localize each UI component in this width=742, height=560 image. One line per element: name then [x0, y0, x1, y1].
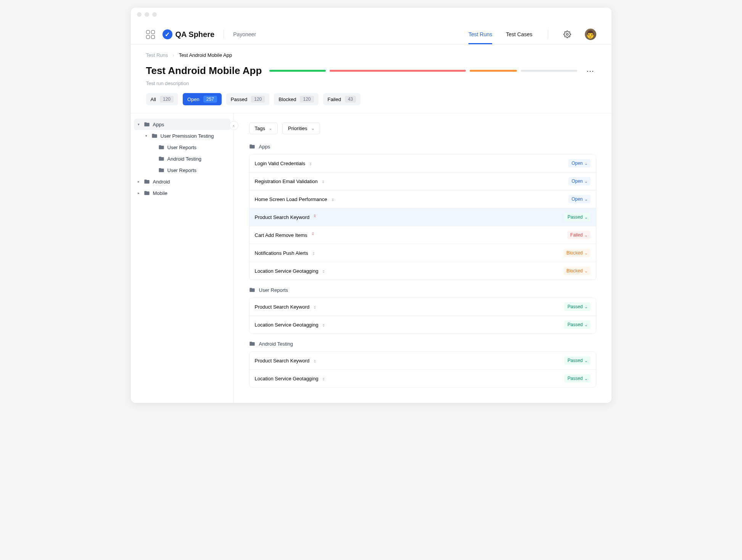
settings-button[interactable] [563, 31, 571, 38]
folder-icon [144, 179, 150, 185]
tree-item[interactable]: Android Testing [134, 153, 230, 164]
filter-label: All [151, 97, 156, 102]
filter-open[interactable]: Open257 [183, 93, 222, 105]
priority-low-icon: ⌄⌄ [309, 162, 312, 165]
test-case-name: Location Service Geotagging [255, 376, 319, 381]
chevron-down-icon: ⌄ [584, 269, 587, 273]
tree-item[interactable]: ▾User Premission Testing [134, 130, 230, 142]
filter-passed[interactable]: Passed120 [226, 93, 269, 105]
avatar[interactable] [585, 29, 596, 40]
section-title: User Reports [259, 287, 288, 293]
priority-low-icon: ⌄⌄ [313, 305, 316, 308]
gear-icon [563, 31, 571, 38]
traffic-light-close[interactable] [137, 12, 142, 17]
test-case-row[interactable]: Login Valid Credentials⌄⌄Open⌄ [249, 154, 596, 172]
chevron-down-icon: ⌄ [584, 251, 587, 255]
project-name[interactable]: Payoneer [233, 31, 256, 37]
chevron-down-icon: ⌄ [269, 126, 272, 130]
app-header: QA Sphere Payoneer Test RunsTest Cases [131, 21, 612, 45]
test-case-row[interactable]: Notifications Push Alerts⌄⌄Blocked⌄ [249, 244, 596, 262]
filter-label: Failed [328, 97, 341, 102]
page-title: Test Android Mobile App [146, 65, 262, 77]
filter-blocked[interactable]: Blocked120 [274, 93, 318, 105]
priority-low-icon: ⌄⌄ [322, 323, 325, 326]
progress-segment [269, 70, 325, 72]
folder-icon [158, 167, 164, 173]
test-case-name: Home Screen Load Performance [255, 196, 327, 202]
chevron-down-icon: ⌄ [584, 377, 587, 381]
section-header: Apps [249, 143, 596, 150]
chevron-right-icon: › [172, 52, 174, 58]
tree-item[interactable]: ▸Mobile [134, 187, 230, 199]
tree-item-label: User Reports [167, 145, 197, 150]
test-case-row[interactable]: Location Service Geotagging⌄⌄Passed⌄ [249, 316, 596, 333]
apps-icon[interactable] [146, 30, 155, 39]
status-filters: All120Open257Passed120Blocked120Failed43 [131, 93, 612, 113]
tree-item[interactable]: User Reports [134, 142, 230, 153]
header-divider [224, 30, 224, 39]
folder-icon [249, 287, 255, 293]
tree-item-label: Android Testing [167, 156, 201, 162]
tree-item-label: Mobile [153, 190, 167, 196]
test-case-row[interactable]: Registration Email Validation⌄⌄Open⌄ [249, 172, 596, 190]
tags-filter[interactable]: Tags ⌄ [249, 122, 278, 134]
filter-all[interactable]: All120 [146, 93, 178, 105]
status-badge[interactable]: Passed⌄ [564, 303, 590, 311]
test-case-row[interactable]: Location Service Geotagging⌄⌄Passed⌄ [249, 370, 596, 387]
status-badge[interactable]: Open⌄ [568, 177, 590, 185]
sidebar-collapse-button[interactable]: ‹ [229, 121, 238, 130]
status-label: Blocked [567, 250, 583, 256]
test-case-name: Location Service Geotagging [255, 268, 319, 274]
status-label: Passed [567, 304, 583, 309]
tree-item-label: Android [153, 179, 170, 185]
tree-item[interactable]: ▸Android [134, 176, 230, 187]
test-case-row[interactable]: Location Service Geotagging⌄⌄Blocked⌄ [249, 262, 596, 280]
folder-icon [249, 341, 255, 347]
priority-low-icon: ⌄⌄ [322, 377, 325, 380]
tree-item[interactable]: ▾Apps [134, 119, 230, 130]
status-badge[interactable]: Failed⌄ [567, 231, 591, 239]
priority-low-icon: ⌄⌄ [331, 198, 334, 201]
test-case-row[interactable]: Product Search Keyword⌃⌃Passed⌄ [249, 208, 596, 226]
tree-caret-icon: ▸ [138, 180, 141, 183]
section-title: Apps [259, 144, 270, 150]
more-icon[interactable]: ⋯ [585, 66, 596, 76]
priorities-filter[interactable]: Priorities ⌄ [282, 122, 320, 134]
priorities-filter-label: Priorities [288, 126, 307, 131]
chevron-down-icon: ⌄ [584, 323, 587, 327]
status-label: Open [571, 179, 583, 184]
status-label: Passed [567, 376, 583, 381]
chevron-down-icon: ⌄ [584, 215, 587, 219]
traffic-light-min[interactable] [145, 12, 149, 17]
breadcrumb-item[interactable]: Test Runs [146, 52, 168, 58]
test-case-row[interactable]: Product Search Keyword⌄⌄Passed⌄ [249, 298, 596, 316]
filter-failed[interactable]: Failed43 [323, 93, 361, 105]
priority-low-icon: ⌄⌄ [322, 269, 325, 272]
status-badge[interactable]: Open⌄ [568, 195, 590, 203]
test-case-name: Product Search Keyword [255, 358, 310, 364]
status-badge[interactable]: Blocked⌄ [563, 267, 591, 275]
test-case-name: Location Service Geotagging [255, 322, 319, 328]
filter-label: Blocked [278, 97, 296, 102]
tree-item-label: User Reports [167, 167, 197, 173]
status-label: Passed [567, 214, 583, 220]
traffic-light-max[interactable] [152, 12, 157, 17]
folder-icon [158, 144, 164, 150]
nav-tab-test-runs[interactable]: Test Runs [468, 24, 492, 44]
nav-tab-test-cases[interactable]: Test Cases [506, 24, 532, 44]
status-badge[interactable]: Passed⌄ [564, 320, 590, 329]
section-header: User Reports [249, 287, 596, 293]
brand-logo[interactable]: QA Sphere [163, 29, 215, 39]
status-badge[interactable]: Blocked⌄ [563, 249, 591, 257]
status-badge[interactable]: Passed⌄ [564, 213, 590, 221]
chevron-down-icon: ⌄ [584, 179, 587, 183]
test-case-row[interactable]: Cart Add Remove Items⌃⌃Failed⌄ [249, 226, 596, 244]
status-badge[interactable]: Passed⌄ [564, 356, 590, 365]
status-badge[interactable]: Open⌄ [568, 159, 590, 167]
test-case-list: Product Search Keyword⌄⌄Passed⌄Location … [249, 298, 596, 334]
test-case-row[interactable]: Product Search Keyword⌄⌄Passed⌄ [249, 352, 596, 370]
filter-label: Passed [231, 97, 247, 102]
tree-item[interactable]: User Reports [134, 164, 230, 176]
test-case-row[interactable]: Home Screen Load Performance⌄⌄Open⌄ [249, 190, 596, 208]
status-badge[interactable]: Passed⌄ [564, 374, 590, 383]
